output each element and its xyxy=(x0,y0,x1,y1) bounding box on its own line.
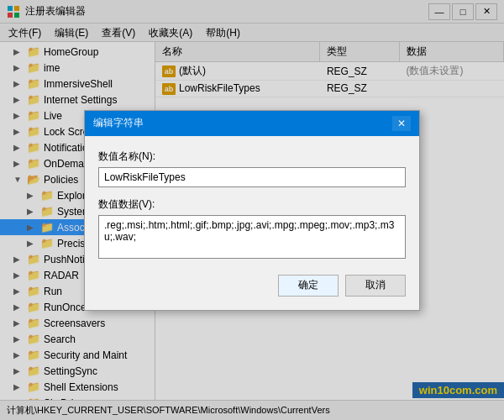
dialog-title: 编辑字符串 xyxy=(93,116,144,130)
edit-string-dialog: 编辑字符串 ✕ 数值名称(N): 数值数据(V): 确定 取消 xyxy=(84,110,420,311)
dialog-close-button[interactable]: ✕ xyxy=(392,116,411,131)
data-textarea[interactable] xyxy=(98,215,406,259)
dialog-overlay: 编辑字符串 ✕ 数值名称(N): 数值数据(V): 确定 取消 xyxy=(0,0,504,420)
ok-button[interactable]: 确定 xyxy=(278,275,339,297)
name-label: 数值名称(N): xyxy=(98,150,406,164)
dialog-buttons: 确定 取消 xyxy=(98,275,406,297)
dialog-body: 数值名称(N): 数值数据(V): 确定 取消 xyxy=(85,136,419,310)
dialog-title-bar: 编辑字符串 ✕ xyxy=(85,111,419,136)
data-label: 数值数据(V): xyxy=(98,197,406,212)
cancel-button[interactable]: 取消 xyxy=(345,275,406,297)
name-input[interactable] xyxy=(98,167,406,187)
